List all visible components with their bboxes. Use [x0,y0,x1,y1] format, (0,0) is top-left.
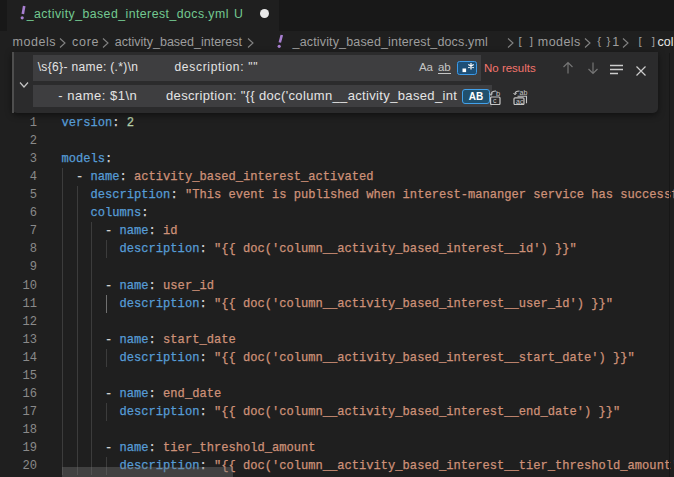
svg-text:c: c [493,97,497,104]
svg-text:ab: ab [520,89,528,96]
svg-text:b: b [496,89,500,98]
svg-text:ac: ac [516,98,524,105]
